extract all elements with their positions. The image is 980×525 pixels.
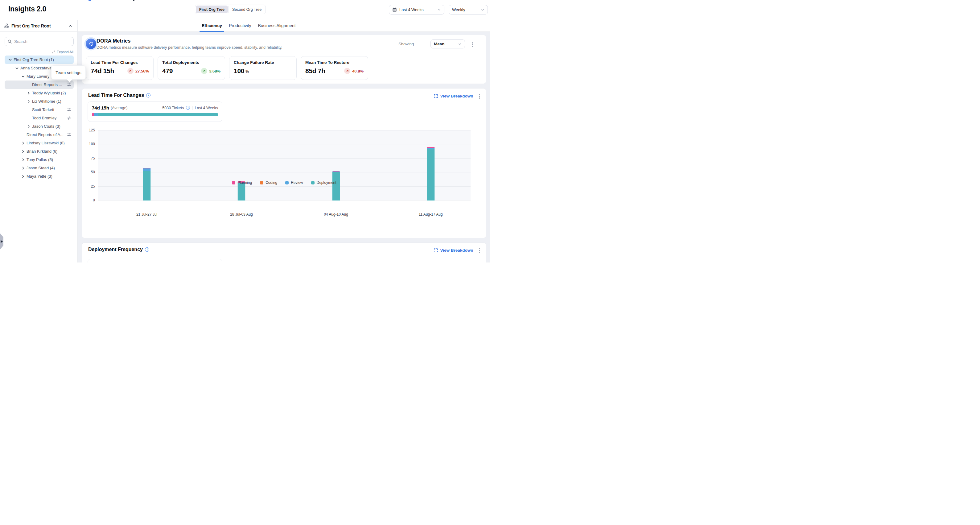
chevron-right-icon[interactable]	[21, 166, 25, 170]
gridline	[98, 130, 471, 130]
y-tick-label: 125	[82, 128, 95, 132]
team-settings-icon[interactable]	[67, 82, 72, 87]
trend-badge: 27.56%	[127, 68, 149, 74]
collapse-sidebar-button[interactable]	[68, 23, 73, 29]
gridline	[98, 172, 471, 172]
bar-segment-deployment	[143, 171, 151, 200]
tree-item-label: Scott Tarkett	[32, 107, 54, 112]
chevron-up-icon	[68, 24, 72, 28]
delta-value: 40.8%	[352, 69, 364, 73]
tree-item-liz-whittome-1[interactable]: Liz Whittome (1)	[5, 97, 74, 105]
view-breakdown-button[interactable]: View Breakdown	[434, 248, 473, 253]
legend-label: Coding	[266, 180, 277, 185]
chevron-right-icon[interactable]	[21, 149, 25, 154]
tab-productivity[interactable]: Productivity	[229, 20, 251, 32]
chevron-right-icon[interactable]	[21, 174, 25, 178]
chevron-down-icon	[437, 8, 441, 12]
metric-value-row: 100%	[234, 67, 292, 75]
metric-value: 74d 15h	[91, 67, 114, 75]
sidebar-title: First Org Tree Root	[11, 24, 51, 29]
lead-time-menu-kebab-icon[interactable]	[478, 92, 481, 100]
tree-item-label: Liz Whittome (1)	[32, 99, 61, 103]
tree-item-label: Todd Bromley	[32, 116, 56, 120]
chevron-right-icon[interactable]	[21, 141, 25, 145]
chart-legend: PlanningCodingReviewDeployment	[98, 180, 471, 185]
chevron-right-icon[interactable]	[21, 158, 25, 162]
trend-badge: 3.68%	[201, 68, 221, 74]
tree-item-first-org-tree-root-1[interactable]: First Org Tree Root (1)	[5, 56, 74, 64]
date-range-value: Last 4 Weeks	[399, 7, 435, 12]
legend-swatch	[260, 181, 263, 185]
legend-swatch	[232, 181, 235, 185]
metric-value-row: 4793.68%	[162, 67, 221, 75]
tree-item-lindsay-liszewski-8[interactable]: Lindsay Liszewski (8)	[5, 139, 74, 147]
tree-item-direct-reports-of-a[interactable]: Direct Reports of A...	[5, 130, 74, 139]
showing-mean-value: Mean	[434, 41, 455, 46]
tree-item-label: Anna Scozzafava	[20, 66, 51, 70]
legend-item-coding: Coding	[260, 180, 277, 185]
chevron-down-icon	[481, 8, 484, 12]
x-axis-label: 04 Aug-10 Aug	[324, 212, 348, 216]
chevron-right-icon[interactable]	[27, 91, 31, 95]
metric-cards-row: Lead Time For Changes74d 15h27.56%Total …	[86, 56, 368, 80]
showing-mean-select[interactable]: Mean	[431, 40, 465, 48]
tree-item-jason-stead-4[interactable]: Jason Stead (4)	[5, 164, 74, 172]
tree-item-direct-reports[interactable]: Direct Reports ...	[5, 81, 74, 89]
tree-item-scott-tarkett[interactable]: Scott Tarkett	[5, 105, 74, 114]
tree-item-todd-bromley[interactable]: Todd Bromley	[5, 114, 74, 122]
metric-value-row: 74d 15h27.56%	[91, 67, 149, 75]
metric-card-change-failure-rate: Change Failure Rate100%	[229, 56, 297, 80]
deployment-menu-kebab-icon[interactable]	[478, 247, 481, 254]
tree-item-teddy-wylupski-2[interactable]: Teddy Wylupski (2)	[5, 89, 74, 97]
metric-card-total-deployments: Total Deployments4793.68%	[158, 56, 225, 80]
tickets-count: 5030 Tickets	[162, 106, 184, 110]
metric-title: Change Failure Rate	[234, 60, 292, 65]
chevron-right-icon[interactable]	[27, 99, 31, 103]
view-breakdown-button[interactable]: View Breakdown	[434, 94, 473, 99]
metric-card-mean-time-to-restore: Mean Time To Restore85d 7h40.8%	[301, 56, 368, 80]
team-settings-icon[interactable]	[67, 116, 72, 120]
tab-business-alignment[interactable]: Business Alignment	[258, 20, 296, 32]
expand-all-button[interactable]: Expand All	[5, 50, 73, 54]
date-range-select[interactable]: Last 4 Weeks	[389, 5, 444, 14]
info-icon[interactable]: i	[146, 93, 151, 97]
granularity-select[interactable]: Weekly	[449, 5, 488, 14]
chevron-down-icon[interactable]	[8, 58, 12, 62]
progress-segment-review	[94, 113, 98, 116]
info-icon[interactable]: i	[186, 106, 190, 110]
tree-item-brian-kirkland-6[interactable]: Brian Kirkland (6)	[5, 147, 74, 156]
tree-item-tony-pallas-5[interactable]: Tony Pallas (5)	[5, 156, 74, 164]
gridline	[98, 200, 471, 200]
stacked-bar-11-aug-17-aug	[427, 147, 434, 200]
chevron-right-icon[interactable]	[27, 124, 31, 129]
legend-label: Deployment	[317, 180, 336, 185]
tree-item-label: Jason Stead (4)	[27, 165, 55, 170]
chevron-down-icon	[458, 42, 461, 46]
dora-metrics-panel: DORA Metrics DORA metrics measure softwa…	[82, 35, 486, 84]
team-settings-icon[interactable]	[67, 132, 72, 137]
play-arrow-icon	[1, 240, 3, 243]
search-input[interactable]	[5, 37, 74, 46]
progress-segment-deployment	[98, 113, 218, 116]
legend-swatch	[311, 181, 315, 185]
tab-efficiency[interactable]: Efficiency	[202, 20, 222, 32]
tree-item-label: Tony Pallas (5)	[27, 158, 53, 162]
chevron-down-icon[interactable]	[21, 74, 25, 79]
clipped-top-artifact	[89, 0, 91, 1]
tree-item-maya-yette-3[interactable]: Maya Yette (3)	[5, 172, 74, 180]
dora-menu-kebab-icon[interactable]	[471, 41, 474, 48]
team-settings-icon[interactable]	[67, 107, 72, 112]
info-icon[interactable]: i	[145, 247, 149, 252]
average-label: (Average)	[111, 106, 128, 110]
bar-segment-review	[143, 169, 151, 171]
tree-item-jason-coats-3[interactable]: Jason Coats (3)	[5, 122, 74, 130]
trend-badge: 40.8%	[344, 68, 364, 74]
legend-item-review: Review	[285, 180, 303, 185]
metric-value-row: 85d 7h40.8%	[305, 67, 364, 75]
chevron-down-icon[interactable]	[15, 66, 19, 70]
legend-item-deployment: Deployment	[311, 180, 336, 185]
toggle-second-org-tree[interactable]: Second Org Tree	[229, 6, 265, 13]
metric-card-lead-time-for-changes: Lead Time For Changes74d 15h27.56%	[86, 56, 154, 80]
expand-corners-icon	[434, 248, 438, 252]
toggle-first-org-tree[interactable]: First Org Tree	[196, 6, 228, 13]
